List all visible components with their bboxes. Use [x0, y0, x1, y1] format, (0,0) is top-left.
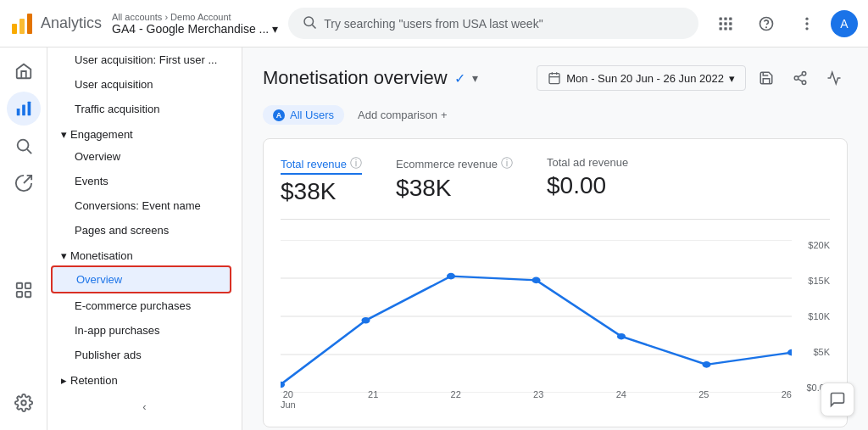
collapse-icon-monetisation: ▾: [61, 249, 67, 262]
breadcrumb-top: All accounts › Demo Account: [112, 12, 278, 22]
x-label-26: 26: [782, 389, 792, 410]
sidebar-item-monetisation-overview[interactable]: Overview: [51, 265, 231, 293]
app-title: Analytics: [41, 14, 102, 32]
page-header: Monetisation overview ✓ ▾ Mon - Sun 20 J…: [263, 64, 848, 92]
svg-point-46: [531, 277, 540, 284]
metric-ad-revenue[interactable]: Total ad revenue $0.00: [547, 156, 628, 205]
svg-line-36: [798, 79, 802, 81]
top-icons: A: [709, 7, 858, 41]
chevron-down-icon: ▾: [272, 22, 278, 36]
nav-reports-icon[interactable]: [7, 92, 41, 126]
sidebar-collapse-btn[interactable]: ‹: [47, 390, 242, 423]
metric-ecommerce-label: Ecommerce revenue ⓘ: [396, 156, 513, 171]
chart-y-labels: $20K $15K $10K $5K $0.00: [796, 240, 830, 393]
svg-rect-2: [27, 14, 32, 34]
x-label-25: 25: [698, 389, 709, 410]
svg-point-28: [21, 400, 26, 405]
analytics-logo: [10, 12, 34, 36]
svg-rect-29: [549, 74, 559, 84]
sidebar-item-engagement-overview[interactable]: Overview: [47, 144, 235, 169]
metric-total-revenue-value: $38K: [281, 178, 362, 205]
segment-dot: A: [273, 109, 285, 121]
nav-home-icon[interactable]: [7, 54, 41, 88]
metric-ecommerce-revenue[interactable]: Ecommerce revenue ⓘ $38K: [396, 156, 513, 205]
chart-x-labels: 20 Jun 21 22 23 24: [281, 389, 792, 410]
search-icon: [302, 14, 317, 32]
calendar-icon: [548, 71, 561, 85]
share-icon[interactable]: [787, 64, 814, 92]
sidebar-item-ecommerce[interactable]: E-commerce purchases: [47, 293, 235, 318]
sidebar-item-user-acq[interactable]: User acquisition: [47, 72, 235, 97]
nav-configure-icon[interactable]: [7, 273, 41, 307]
x-label-24: 24: [616, 389, 626, 410]
metric-total-revenue[interactable]: Total revenue ⓘ $38K: [281, 156, 362, 205]
sidebar-item-conversions[interactable]: Conversions: Event name: [47, 193, 235, 218]
avatar[interactable]: A: [831, 10, 858, 37]
sidebar-item-inapp[interactable]: In-app purchases: [47, 318, 235, 343]
svg-point-47: [617, 333, 626, 340]
y-label-15k: $15K: [796, 276, 830, 286]
svg-rect-7: [729, 17, 732, 20]
save-report-icon[interactable]: [753, 64, 780, 92]
svg-line-4: [313, 25, 316, 28]
all-users-chip[interactable]: A All Users: [263, 105, 344, 125]
collapse-icon: ▾: [61, 128, 67, 141]
svg-rect-10: [729, 22, 732, 25]
add-comparison-btn[interactable]: Add comparison +: [351, 105, 454, 125]
date-picker[interactable]: Mon - Sun 20 Jun - 26 Jun 2022 ▾: [537, 65, 746, 91]
sidebar-item-user-acq-first[interactable]: User acquisition: First user ...: [47, 47, 235, 72]
sidebar: User acquisition: First user ... User ac…: [47, 47, 242, 430]
svg-rect-9: [724, 22, 726, 25]
sidebar-section-monetisation[interactable]: ▾ Monetisation: [47, 243, 242, 265]
collapse-sidebar-icon: ‹: [142, 400, 146, 413]
nav-advertising-icon[interactable]: [7, 166, 41, 200]
svg-rect-21: [27, 102, 31, 116]
metric-ecommerce-info-icon[interactable]: ⓘ: [501, 156, 513, 171]
svg-line-23: [27, 149, 31, 154]
sidebar-section-engagement[interactable]: ▾ Engagement: [47, 121, 242, 144]
feedback-icon: [829, 391, 846, 408]
svg-rect-1: [19, 19, 25, 34]
svg-point-45: [447, 273, 455, 280]
chart-svg: [281, 240, 792, 393]
expand-icon-retention: ▸: [61, 374, 67, 387]
more-options-icon[interactable]: [790, 7, 824, 41]
metrics-row: Total revenue ⓘ $38K Ecommerce revenue ⓘ…: [281, 156, 830, 220]
svg-point-33: [802, 72, 806, 76]
svg-rect-5: [720, 17, 722, 20]
sidebar-item-traffic-acq[interactable]: Traffic acquisition: [47, 97, 235, 121]
insights-icon[interactable]: [821, 64, 848, 92]
metric-ecommerce-value: $38K: [396, 175, 513, 202]
breadcrumb: All accounts › Demo Account GA4 - Google…: [112, 12, 278, 36]
breadcrumb-bottom[interactable]: GA4 - Google Merchandise ... ▾: [112, 22, 278, 36]
x-label-23: 23: [533, 389, 543, 410]
metric-info-icon[interactable]: ⓘ: [350, 156, 362, 171]
metrics-card: Total revenue ⓘ $38K Ecommerce revenue ⓘ…: [263, 138, 848, 427]
add-comparison-icon: +: [441, 109, 448, 121]
chart-area: $20K $15K $10K $5K $0.00 20 Jun 21 22: [281, 240, 830, 410]
page-title-dropdown-icon[interactable]: ▾: [472, 71, 478, 85]
page-title: Monetisation overview: [263, 67, 448, 89]
logo-area: Analytics: [10, 12, 102, 36]
nav-explore-icon[interactable]: [7, 129, 41, 163]
x-label-21: 21: [368, 389, 378, 410]
svg-rect-6: [724, 17, 726, 20]
date-picker-caret: ▾: [729, 72, 735, 85]
svg-point-3: [304, 17, 314, 26]
sidebar-item-pages-screens[interactable]: Pages and screens: [47, 218, 235, 243]
svg-rect-25: [25, 282, 30, 288]
sidebar-item-events[interactable]: Events: [47, 169, 235, 193]
search-bar[interactable]: Try searching "users from USA last week": [288, 8, 698, 39]
svg-rect-11: [720, 27, 722, 30]
sidebar-section-retention[interactable]: ▸ Retention: [47, 367, 242, 390]
svg-rect-27: [25, 291, 30, 296]
apps-icon[interactable]: [709, 7, 743, 41]
x-label-20: 20 Jun: [281, 389, 296, 410]
svg-rect-19: [16, 109, 19, 115]
sidebar-item-publisher-ads[interactable]: Publisher ads: [47, 343, 235, 367]
svg-rect-24: [16, 282, 21, 288]
help-icon[interactable]: [749, 7, 783, 41]
svg-point-44: [361, 317, 370, 324]
feedback-btn[interactable]: [821, 383, 854, 416]
nav-settings-icon[interactable]: [7, 386, 41, 420]
